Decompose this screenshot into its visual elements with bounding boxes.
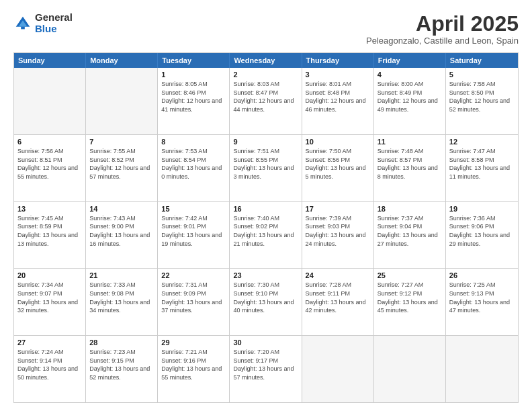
- calendar-row-2: 13Sunrise: 7:45 AM Sunset: 8:59 PM Dayli…: [14, 201, 518, 269]
- day-number: 3: [306, 71, 370, 79]
- calendar-row-1: 6Sunrise: 7:56 AM Sunset: 8:51 PM Daylig…: [14, 134, 518, 201]
- day-cell-29: 29Sunrise: 7:21 AM Sunset: 9:16 PM Dayli…: [158, 336, 230, 402]
- empty-cell-0-0: [14, 68, 86, 134]
- day-number: 14: [89, 205, 154, 213]
- day-info: Sunrise: 7:48 AM Sunset: 8:57 PM Dayligh…: [378, 147, 442, 181]
- day-cell-2: 2Sunrise: 8:03 AM Sunset: 8:47 PM Daylig…: [230, 68, 302, 134]
- header: General Blue April 2025 Peleagonzalo, Ca…: [13, 12, 519, 46]
- day-cell-4: 4Sunrise: 8:00 AM Sunset: 8:49 PM Daylig…: [374, 68, 446, 134]
- weekday-header-wednesday: Wednesday: [230, 53, 302, 68]
- day-number: 8: [161, 138, 226, 146]
- day-info: Sunrise: 7:24 AM Sunset: 9:14 PM Dayligh…: [17, 348, 82, 381]
- day-number: 9: [233, 138, 298, 146]
- day-number: 4: [378, 71, 442, 79]
- logo-icon: [13, 14, 32, 33]
- day-number: 6: [17, 138, 82, 146]
- day-info: Sunrise: 7:40 AM Sunset: 9:02 PM Dayligh…: [233, 214, 298, 248]
- svg-rect-2: [21, 26, 25, 29]
- weekday-header-friday: Friday: [374, 53, 446, 68]
- day-cell-23: 23Sunrise: 7:30 AM Sunset: 9:10 PM Dayli…: [230, 269, 302, 335]
- day-cell-1: 1Sunrise: 8:05 AM Sunset: 8:46 PM Daylig…: [158, 68, 230, 134]
- logo: General Blue: [13, 12, 73, 34]
- day-cell-6: 6Sunrise: 7:56 AM Sunset: 8:51 PM Daylig…: [14, 135, 86, 201]
- empty-cell-4-6: [446, 336, 518, 402]
- day-info: Sunrise: 8:01 AM Sunset: 8:48 PM Dayligh…: [306, 80, 370, 113]
- empty-cell-4-4: [302, 336, 374, 402]
- weekday-header-sunday: Sunday: [14, 53, 86, 68]
- day-info: Sunrise: 7:23 AM Sunset: 9:15 PM Dayligh…: [89, 348, 154, 381]
- logo-general: General: [35, 12, 73, 24]
- day-number: 16: [233, 205, 298, 213]
- day-cell-5: 5Sunrise: 7:58 AM Sunset: 8:50 PM Daylig…: [446, 68, 518, 134]
- day-cell-12: 12Sunrise: 7:47 AM Sunset: 8:58 PM Dayli…: [446, 135, 518, 201]
- day-info: Sunrise: 7:25 AM Sunset: 9:13 PM Dayligh…: [449, 281, 515, 314]
- calendar-row-3: 20Sunrise: 7:34 AM Sunset: 9:07 PM Dayli…: [14, 268, 518, 335]
- day-number: 17: [306, 205, 370, 213]
- day-info: Sunrise: 7:50 AM Sunset: 8:56 PM Dayligh…: [306, 147, 370, 181]
- day-info: Sunrise: 7:58 AM Sunset: 8:50 PM Dayligh…: [449, 80, 515, 113]
- day-info: Sunrise: 7:55 AM Sunset: 8:52 PM Dayligh…: [89, 147, 154, 181]
- day-info: Sunrise: 8:03 AM Sunset: 8:47 PM Dayligh…: [233, 80, 298, 113]
- day-cell-11: 11Sunrise: 7:48 AM Sunset: 8:57 PM Dayli…: [374, 135, 446, 201]
- day-cell-27: 27Sunrise: 7:24 AM Sunset: 9:14 PM Dayli…: [14, 336, 86, 402]
- day-number: 12: [449, 138, 515, 146]
- weekday-header-monday: Monday: [86, 53, 158, 68]
- day-number: 29: [161, 338, 226, 347]
- location-subtitle: Peleagonzalo, Castille and Leon, Spain: [366, 36, 519, 46]
- day-info: Sunrise: 7:43 AM Sunset: 9:00 PM Dayligh…: [89, 214, 154, 248]
- day-cell-21: 21Sunrise: 7:33 AM Sunset: 9:08 PM Dayli…: [86, 269, 158, 335]
- day-info: Sunrise: 7:56 AM Sunset: 8:51 PM Dayligh…: [17, 147, 82, 181]
- day-number: 10: [306, 138, 370, 146]
- day-cell-26: 26Sunrise: 7:25 AM Sunset: 9:13 PM Dayli…: [446, 269, 518, 335]
- day-cell-17: 17Sunrise: 7:39 AM Sunset: 9:03 PM Dayli…: [302, 202, 374, 269]
- weekday-header-saturday: Saturday: [446, 53, 518, 68]
- weekday-header-thursday: Thursday: [302, 53, 374, 68]
- month-title: April 2025: [366, 12, 519, 36]
- day-number: 22: [161, 271, 226, 279]
- day-cell-14: 14Sunrise: 7:43 AM Sunset: 9:00 PM Dayli…: [86, 202, 158, 269]
- day-info: Sunrise: 7:42 AM Sunset: 9:01 PM Dayligh…: [161, 214, 226, 248]
- day-number: 18: [378, 205, 442, 213]
- day-number: 15: [161, 205, 226, 213]
- day-cell-8: 8Sunrise: 7:53 AM Sunset: 8:54 PM Daylig…: [158, 135, 230, 201]
- day-cell-24: 24Sunrise: 7:28 AM Sunset: 9:11 PM Dayli…: [302, 269, 374, 335]
- day-number: 26: [449, 271, 515, 279]
- logo-blue: Blue: [35, 24, 73, 35]
- day-info: Sunrise: 7:31 AM Sunset: 9:09 PM Dayligh…: [161, 281, 226, 314]
- calendar: SundayMondayTuesdayWednesdayThursdayFrid…: [13, 52, 519, 403]
- day-number: 13: [17, 205, 82, 213]
- day-number: 23: [233, 271, 298, 279]
- day-number: 1: [161, 71, 226, 79]
- page: General Blue April 2025 Peleagonzalo, Ca…: [0, 0, 532, 411]
- day-number: 28: [89, 338, 154, 347]
- day-info: Sunrise: 7:45 AM Sunset: 8:59 PM Dayligh…: [17, 214, 82, 248]
- day-info: Sunrise: 7:21 AM Sunset: 9:16 PM Dayligh…: [161, 348, 226, 381]
- day-info: Sunrise: 7:27 AM Sunset: 9:12 PM Dayligh…: [378, 281, 442, 314]
- day-info: Sunrise: 7:30 AM Sunset: 9:10 PM Dayligh…: [233, 281, 298, 314]
- day-cell-15: 15Sunrise: 7:42 AM Sunset: 9:01 PM Dayli…: [158, 202, 230, 269]
- day-number: 24: [306, 271, 370, 279]
- day-cell-20: 20Sunrise: 7:34 AM Sunset: 9:07 PM Dayli…: [14, 269, 86, 335]
- day-number: 19: [449, 205, 515, 213]
- day-cell-16: 16Sunrise: 7:40 AM Sunset: 9:02 PM Dayli…: [230, 202, 302, 269]
- day-cell-25: 25Sunrise: 7:27 AM Sunset: 9:12 PM Dayli…: [374, 269, 446, 335]
- day-info: Sunrise: 8:05 AM Sunset: 8:46 PM Dayligh…: [161, 80, 226, 113]
- day-cell-10: 10Sunrise: 7:50 AM Sunset: 8:56 PM Dayli…: [302, 135, 374, 201]
- day-info: Sunrise: 8:00 AM Sunset: 8:49 PM Dayligh…: [378, 80, 442, 113]
- day-number: 5: [449, 71, 515, 79]
- day-number: 27: [17, 338, 82, 347]
- day-cell-22: 22Sunrise: 7:31 AM Sunset: 9:09 PM Dayli…: [158, 269, 230, 335]
- day-number: 25: [378, 271, 442, 279]
- calendar-header: SundayMondayTuesdayWednesdayThursdayFrid…: [14, 53, 518, 68]
- day-cell-7: 7Sunrise: 7:55 AM Sunset: 8:52 PM Daylig…: [86, 135, 158, 201]
- title-block: April 2025 Peleagonzalo, Castille and Le…: [366, 12, 519, 46]
- day-info: Sunrise: 7:20 AM Sunset: 9:17 PM Dayligh…: [233, 348, 298, 381]
- day-info: Sunrise: 7:47 AM Sunset: 8:58 PM Dayligh…: [449, 147, 515, 181]
- day-cell-19: 19Sunrise: 7:36 AM Sunset: 9:06 PM Dayli…: [446, 202, 518, 269]
- day-info: Sunrise: 7:36 AM Sunset: 9:06 PM Dayligh…: [449, 214, 515, 248]
- calendar-row-0: 1Sunrise: 8:05 AM Sunset: 8:46 PM Daylig…: [14, 68, 518, 134]
- day-number: 2: [233, 71, 298, 79]
- day-number: 20: [17, 271, 82, 279]
- weekday-header-tuesday: Tuesday: [158, 53, 230, 68]
- day-info: Sunrise: 7:34 AM Sunset: 9:07 PM Dayligh…: [17, 281, 82, 314]
